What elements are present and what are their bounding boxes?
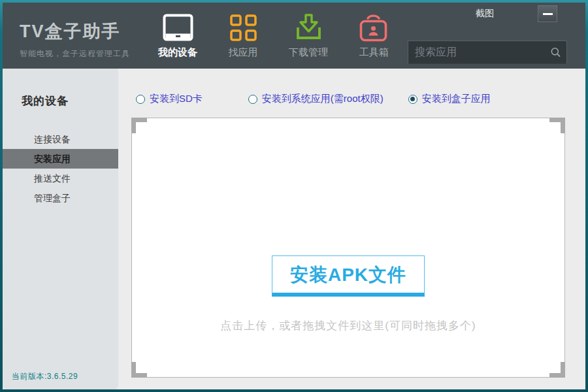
nav-label: 我的设备 (158, 46, 197, 59)
sidebar: 我的设备 连接设备 安装应用 推送文件 管理盒子 当前版本:3.6.5.29 (3, 69, 118, 389)
radio-install-system-app[interactable]: 安装到系统应用(需root权限) (248, 93, 384, 105)
search-icon[interactable] (550, 45, 561, 59)
nav-item-toolbox[interactable]: 工具箱 (341, 12, 406, 69)
app-grid-icon (229, 12, 257, 43)
download-icon (294, 12, 323, 43)
body-row: 我的设备 连接设备 安装应用 推送文件 管理盒子 当前版本:3.6.5.29 安… (3, 69, 585, 389)
radio-label: 安装到SD卡 (150, 93, 203, 105)
dropzone-corner (131, 362, 147, 378)
sidebar-item-push-file[interactable]: 推送文件 (3, 169, 118, 188)
nav-item-find-apps[interactable]: 找应用 (210, 12, 276, 69)
app-surface: TV盒子助手 智能电视，盒子远程管理工具 我的设备 (3, 3, 585, 389)
sidebar-title: 我的设备 (3, 69, 118, 108)
sidebar-item-connect-device[interactable]: 连接设备 (3, 129, 118, 149)
sidebar-item-install-app[interactable]: 安装应用 (3, 149, 118, 169)
titlebar: TV盒子助手 智能电视，盒子远程管理工具 我的设备 (3, 3, 585, 69)
main-panel: 安装到SD卡 安装到系统应用(需root权限) 安装到盒子应用 (118, 69, 585, 389)
install-target-options: 安装到SD卡 安装到系统应用(需root权限) 安装到盒子应用 (136, 93, 585, 105)
search-input[interactable] (415, 46, 550, 58)
screenshot-button[interactable]: 截图 (476, 8, 494, 20)
app-logo-title: TV盒子助手 (20, 20, 145, 43)
radio-install-sdcard[interactable]: 安装到SD卡 (136, 93, 203, 105)
radio-install-box-app[interactable]: 安装到盒子应用 (408, 93, 491, 105)
minimize-icon (543, 13, 553, 15)
toolbox-icon (359, 12, 389, 43)
radio-icon (136, 95, 145, 104)
nav-label: 工具箱 (359, 46, 389, 59)
radio-label: 安装到盒子应用 (422, 93, 491, 105)
main-nav: 我的设备 找应用 (145, 3, 406, 69)
sidebar-list: 连接设备 安装应用 推送文件 管理盒子 (3, 129, 118, 208)
sidebar-item-manage-box[interactable]: 管理盒子 (3, 188, 118, 208)
radio-icon (408, 95, 417, 104)
apk-dropzone[interactable]: 安装APK文件 点击上传，或者拖拽文件到这里(可同时拖拽多个) (131, 118, 565, 378)
dropzone-corner (131, 118, 147, 133)
version-label: 当前版本:3.6.5.29 (12, 371, 78, 382)
monitor-icon (163, 12, 193, 43)
dropzone-corner (549, 362, 565, 378)
dropzone-hint: 点击上传，或者拖拽文件到这里(可同时拖拽多个) (220, 318, 476, 333)
dropzone-corner (549, 118, 565, 133)
nav-item-my-devices[interactable]: 我的设备 (145, 12, 210, 69)
install-apk-button[interactable]: 安装APK文件 (272, 255, 425, 297)
app-window: TV盒子助手 智能电视，盒子远程管理工具 我的设备 (0, 0, 588, 392)
nav-item-downloads[interactable]: 下载管理 (276, 12, 341, 69)
minimize-button[interactable] (538, 5, 557, 22)
app-logo-subtitle: 智能电视，盒子远程管理工具 (20, 48, 145, 59)
brand: TV盒子助手 智能电视，盒子远程管理工具 (3, 3, 145, 69)
nav-label: 找应用 (229, 46, 258, 59)
nav-label: 下载管理 (289, 46, 328, 59)
radio-label: 安装到系统应用(需root权限) (262, 93, 384, 105)
search-box (408, 41, 567, 64)
radio-icon (248, 95, 257, 104)
